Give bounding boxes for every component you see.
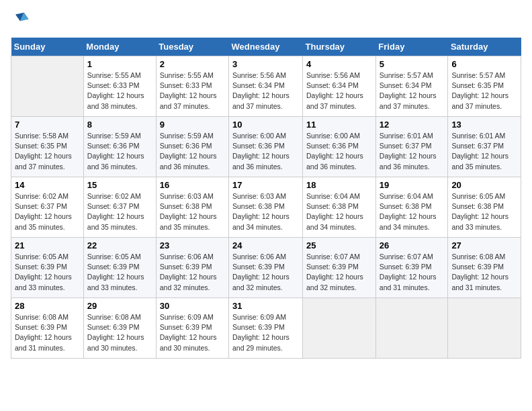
calendar-cell: 15Sunrise: 6:02 AM Sunset: 6:37 PM Dayli… — [83, 177, 156, 238]
day-info: Sunrise: 6:05 AM Sunset: 6:39 PM Dayligh… — [15, 252, 80, 293]
calendar-header: SundayMondayTuesdayWednesdayThursdayFrid… — [11, 38, 521, 56]
day-number: 12 — [380, 120, 445, 130]
calendar-cell: 25Sunrise: 6:07 AM Sunset: 6:39 PM Dayli… — [303, 238, 376, 298]
weekday-sunday: Sunday — [11, 38, 84, 56]
calendar-cell: 21Sunrise: 6:05 AM Sunset: 6:39 PM Dayli… — [11, 238, 84, 298]
day-info: Sunrise: 6:05 AM Sunset: 6:38 PM Dayligh… — [451, 191, 517, 232]
day-number: 17 — [232, 180, 299, 190]
calendar-cell: 13Sunrise: 6:01 AM Sunset: 6:37 PM Dayli… — [448, 117, 521, 177]
calendar-cell: 24Sunrise: 6:06 AM Sunset: 6:39 PM Dayli… — [229, 238, 303, 298]
week-row-1: 1Sunrise: 5:55 AM Sunset: 6:33 PM Daylig… — [11, 56, 521, 117]
calendar-cell: 17Sunrise: 6:03 AM Sunset: 6:38 PM Dayli… — [229, 177, 303, 238]
calendar-cell: 28Sunrise: 6:08 AM Sunset: 6:39 PM Dayli… — [11, 298, 84, 359]
calendar-body: 1Sunrise: 5:55 AM Sunset: 6:33 PM Daylig… — [11, 56, 521, 359]
day-number: 23 — [160, 240, 225, 250]
calendar-cell: 7Sunrise: 5:58 AM Sunset: 6:35 PM Daylig… — [11, 117, 84, 177]
day-number: 4 — [306, 59, 372, 69]
day-number: 24 — [232, 240, 299, 250]
page-header — [11, 11, 521, 30]
week-row-2: 7Sunrise: 5:58 AM Sunset: 6:35 PM Daylig… — [11, 117, 521, 177]
weekday-monday: Monday — [83, 38, 156, 56]
day-number: 1 — [87, 59, 152, 69]
day-info: Sunrise: 6:03 AM Sunset: 6:38 PM Dayligh… — [160, 191, 225, 232]
day-number: 21 — [15, 240, 80, 250]
day-number: 9 — [160, 120, 225, 130]
calendar-cell — [303, 298, 376, 359]
calendar-cell: 23Sunrise: 6:06 AM Sunset: 6:39 PM Dayli… — [156, 238, 228, 298]
week-row-5: 28Sunrise: 6:08 AM Sunset: 6:39 PM Dayli… — [11, 298, 521, 359]
day-info: Sunrise: 5:59 AM Sunset: 6:36 PM Dayligh… — [160, 131, 225, 172]
day-info: Sunrise: 6:03 AM Sunset: 6:38 PM Dayligh… — [232, 191, 299, 232]
day-number: 3 — [232, 59, 299, 69]
weekday-saturday: Saturday — [448, 38, 521, 56]
calendar-cell: 27Sunrise: 6:08 AM Sunset: 6:39 PM Dayli… — [448, 238, 521, 298]
day-number: 27 — [451, 240, 517, 250]
day-info: Sunrise: 5:57 AM Sunset: 6:35 PM Dayligh… — [451, 71, 517, 111]
calendar-table: SundayMondayTuesdayWednesdayThursdayFrid… — [11, 38, 521, 359]
calendar-cell — [448, 298, 521, 359]
week-row-3: 14Sunrise: 6:02 AM Sunset: 6:37 PM Dayli… — [11, 177, 521, 238]
calendar-cell: 16Sunrise: 6:03 AM Sunset: 6:38 PM Dayli… — [156, 177, 228, 238]
day-number: 16 — [160, 180, 225, 190]
day-info: Sunrise: 6:00 AM Sunset: 6:36 PM Dayligh… — [232, 131, 299, 172]
day-info: Sunrise: 5:55 AM Sunset: 6:33 PM Dayligh… — [87, 71, 152, 111]
week-row-4: 21Sunrise: 6:05 AM Sunset: 6:39 PM Dayli… — [11, 238, 521, 298]
calendar-cell: 14Sunrise: 6:02 AM Sunset: 6:37 PM Dayli… — [11, 177, 84, 238]
weekday-header-row: SundayMondayTuesdayWednesdayThursdayFrid… — [11, 38, 521, 56]
day-number: 22 — [87, 240, 152, 250]
calendar-cell: 5Sunrise: 5:57 AM Sunset: 6:34 PM Daylig… — [375, 56, 448, 117]
weekday-friday: Friday — [375, 38, 448, 56]
day-number: 10 — [232, 120, 299, 130]
day-info: Sunrise: 6:07 AM Sunset: 6:39 PM Dayligh… — [306, 252, 372, 293]
day-info: Sunrise: 6:05 AM Sunset: 6:39 PM Dayligh… — [87, 252, 152, 293]
day-info: Sunrise: 6:00 AM Sunset: 6:36 PM Dayligh… — [306, 131, 372, 172]
calendar-cell — [11, 56, 84, 117]
day-info: Sunrise: 6:01 AM Sunset: 6:37 PM Dayligh… — [380, 131, 445, 172]
day-info: Sunrise: 5:59 AM Sunset: 6:36 PM Dayligh… — [87, 131, 152, 172]
day-info: Sunrise: 6:09 AM Sunset: 6:39 PM Dayligh… — [160, 312, 225, 353]
calendar-cell: 22Sunrise: 6:05 AM Sunset: 6:39 PM Dayli… — [83, 238, 156, 298]
day-info: Sunrise: 6:08 AM Sunset: 6:39 PM Dayligh… — [451, 252, 517, 293]
calendar-cell: 3Sunrise: 5:56 AM Sunset: 6:34 PM Daylig… — [229, 56, 303, 117]
day-number: 31 — [232, 301, 299, 311]
day-number: 30 — [160, 301, 225, 311]
day-info: Sunrise: 6:04 AM Sunset: 6:38 PM Dayligh… — [306, 191, 372, 232]
calendar-cell: 19Sunrise: 6:04 AM Sunset: 6:38 PM Dayli… — [375, 177, 448, 238]
calendar-cell: 31Sunrise: 6:09 AM Sunset: 6:39 PM Dayli… — [229, 298, 303, 359]
day-info: Sunrise: 5:58 AM Sunset: 6:35 PM Dayligh… — [15, 131, 80, 172]
day-info: Sunrise: 6:01 AM Sunset: 6:37 PM Dayligh… — [451, 131, 517, 172]
calendar-cell — [375, 298, 448, 359]
calendar-cell: 1Sunrise: 5:55 AM Sunset: 6:33 PM Daylig… — [83, 56, 156, 117]
logo — [11, 11, 32, 30]
day-info: Sunrise: 6:06 AM Sunset: 6:39 PM Dayligh… — [160, 252, 225, 293]
calendar-cell: 29Sunrise: 6:08 AM Sunset: 6:39 PM Dayli… — [83, 298, 156, 359]
day-info: Sunrise: 6:08 AM Sunset: 6:39 PM Dayligh… — [87, 312, 152, 353]
calendar-cell: 8Sunrise: 5:59 AM Sunset: 6:36 PM Daylig… — [83, 117, 156, 177]
day-number: 29 — [87, 301, 152, 311]
calendar-cell: 26Sunrise: 6:07 AM Sunset: 6:39 PM Dayli… — [375, 238, 448, 298]
calendar-cell: 2Sunrise: 5:55 AM Sunset: 6:33 PM Daylig… — [156, 56, 228, 117]
calendar-cell: 12Sunrise: 6:01 AM Sunset: 6:37 PM Dayli… — [375, 117, 448, 177]
day-number: 25 — [306, 240, 372, 250]
day-number: 28 — [15, 301, 80, 311]
logo-icon — [11, 11, 30, 30]
day-number: 2 — [160, 59, 225, 69]
day-number: 18 — [306, 180, 372, 190]
calendar-cell: 9Sunrise: 5:59 AM Sunset: 6:36 PM Daylig… — [156, 117, 228, 177]
day-info: Sunrise: 6:06 AM Sunset: 6:39 PM Dayligh… — [232, 252, 299, 293]
day-number: 5 — [380, 59, 445, 69]
day-number: 15 — [87, 180, 152, 190]
day-number: 19 — [380, 180, 445, 190]
day-number: 14 — [15, 180, 80, 190]
day-number: 20 — [451, 180, 517, 190]
day-info: Sunrise: 5:57 AM Sunset: 6:34 PM Dayligh… — [380, 71, 445, 111]
day-info: Sunrise: 6:07 AM Sunset: 6:39 PM Dayligh… — [380, 252, 445, 293]
calendar-cell: 10Sunrise: 6:00 AM Sunset: 6:36 PM Dayli… — [229, 117, 303, 177]
day-info: Sunrise: 6:09 AM Sunset: 6:39 PM Dayligh… — [232, 312, 299, 353]
day-number: 7 — [15, 120, 80, 130]
calendar-cell: 18Sunrise: 6:04 AM Sunset: 6:38 PM Dayli… — [303, 177, 376, 238]
weekday-tuesday: Tuesday — [156, 38, 228, 56]
calendar-cell: 30Sunrise: 6:09 AM Sunset: 6:39 PM Dayli… — [156, 298, 228, 359]
weekday-wednesday: Wednesday — [229, 38, 303, 56]
weekday-thursday: Thursday — [303, 38, 376, 56]
